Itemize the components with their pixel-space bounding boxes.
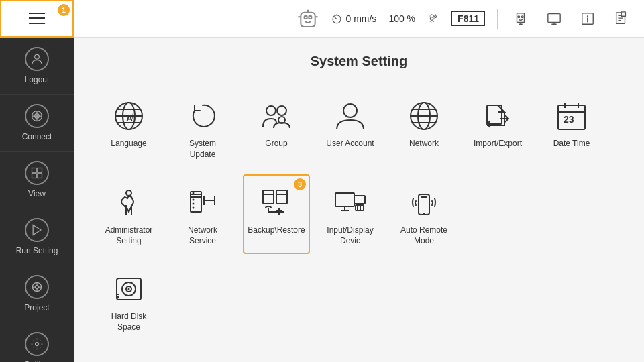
svg-rect-46 — [263, 190, 274, 194]
logout-icon — [25, 47, 49, 71]
divider — [497, 9, 498, 29]
svg-point-3 — [431, 17, 434, 20]
setting-admin[interactable]: Administrator Setting — [95, 174, 162, 254]
svg-point-22 — [36, 343, 39, 346]
setting-system-update[interactable]: System Update — [169, 88, 236, 168]
page-title: System Setting — [95, 54, 623, 69]
setting-group[interactable]: Group — [243, 88, 310, 168]
connect-label: Connect — [22, 132, 52, 141]
main-layout: Logout Connect View — [0, 38, 644, 362]
svg-point-44 — [193, 207, 195, 209]
import-export-label: Import/Export — [474, 139, 522, 149]
language-icon: A あ — [111, 99, 146, 133]
backup-restore-badge: 3 — [294, 178, 306, 190]
svg-point-38 — [126, 190, 131, 196]
topbar-right: 0 mm/s 100 % F811 — [297, 8, 644, 29]
setting-user-account[interactable]: User Account — [317, 88, 384, 168]
project-label: Project — [24, 303, 49, 312]
hard-disk-icon — [111, 272, 146, 306]
svg-rect-15 — [32, 168, 37, 173]
menu-badge: 1 — [58, 4, 70, 16]
view-label: View — [28, 189, 46, 198]
svg-point-56 — [128, 288, 130, 290]
run-setting-label: Run Setting — [16, 246, 58, 255]
svg-point-9 — [588, 15, 588, 16]
import-export-icon — [480, 99, 515, 133]
svg-point-30 — [277, 106, 286, 115]
user-account-label: User Account — [326, 139, 374, 149]
menu-button[interactable]: 1 — [0, 0, 74, 38]
system-update-label: System Update — [176, 139, 229, 160]
hamburger-icon — [29, 13, 45, 25]
robot-icon — [297, 8, 319, 29]
sidebar-item-project[interactable]: Project — [0, 265, 74, 322]
setting-network[interactable]: Network — [390, 88, 458, 168]
speed-stat: 0 mm/s — [331, 13, 376, 25]
screen-icon[interactable] — [543, 8, 565, 29]
run-setting-icon — [25, 218, 49, 242]
sidebar-item-run-setting[interactable]: Run Setting — [0, 208, 74, 265]
setting-hard-disk[interactable]: Hard Disk Space — [95, 261, 162, 341]
sidebar-item-logout[interactable]: Logout — [0, 38, 74, 95]
code-display: F811 — [451, 11, 485, 26]
svg-marker-19 — [33, 225, 41, 235]
svg-rect-7 — [548, 13, 560, 22]
backup-restore-icon — [259, 185, 294, 220]
svg-rect-17 — [32, 174, 37, 178]
sidebar: Logout Connect View — [0, 38, 74, 362]
auto-remote-label: Auto Remote Mode — [397, 225, 451, 246]
gear-icons — [427, 13, 439, 25]
input-display-icon — [333, 185, 368, 220]
group-label: Group — [265, 139, 287, 149]
topbar: 1 0 mm/s 100 % — [0, 0, 644, 38]
svg-point-4 — [435, 15, 437, 17]
svg-text:あ: あ — [130, 113, 137, 120]
svg-rect-50 — [354, 196, 365, 204]
sidebar-item-view[interactable]: View — [0, 152, 74, 208]
settings-grid: A あ Language System Update — [95, 88, 623, 254]
setting-auto-remote[interactable]: Auto Remote Mode — [390, 174, 458, 254]
date-time-label: Date Time — [553, 139, 590, 149]
sidebar-item-connect[interactable]: Connect — [0, 95, 74, 152]
sidebar-item-setting[interactable]: Setting — [0, 322, 74, 362]
svg-text:23: 23 — [564, 114, 574, 125]
svg-rect-11 — [621, 11, 625, 15]
setting-import-export[interactable]: Import/Export — [464, 88, 531, 168]
admin-icon — [111, 185, 146, 220]
setting-date-time[interactable]: 23 Date Time — [538, 88, 605, 168]
svg-point-43 — [193, 203, 195, 205]
svg-point-21 — [36, 286, 39, 289]
settings-grid-2: Hard Disk Space — [95, 261, 623, 341]
user-account-icon — [333, 99, 368, 133]
project-icon — [25, 275, 49, 299]
setting-backup-restore[interactable]: Backup\Restore 3 — [243, 174, 310, 254]
svg-rect-40 — [191, 194, 201, 197]
auto-remote-icon — [407, 185, 441, 220]
backup-restore-label: Backup\Restore — [248, 225, 305, 236]
svg-rect-47 — [276, 190, 287, 204]
svg-point-29 — [266, 106, 276, 115]
connect-icon — [25, 104, 49, 128]
system-update-icon — [185, 99, 220, 133]
view-icon — [25, 161, 49, 185]
svg-point-5 — [518, 15, 520, 17]
content-area: System Setting A あ Language — [74, 38, 644, 362]
svg-point-42 — [193, 199, 195, 201]
info-icon[interactable] — [577, 8, 598, 29]
svg-point-41 — [193, 192, 195, 194]
setting-network-service[interactable]: Network Service — [169, 174, 236, 254]
setting-language[interactable]: A あ Language — [95, 88, 162, 168]
setting-input-display[interactable]: Input/Display Devic — [317, 174, 384, 254]
svg-point-6 — [521, 15, 523, 17]
language-label: Language — [111, 139, 146, 149]
hard-disk-label: Hard Disk Space — [102, 312, 156, 333]
speed-value: 0 mm/s — [345, 13, 376, 24]
svg-rect-18 — [38, 174, 42, 178]
date-time-icon: 23 — [554, 99, 589, 133]
svg-rect-45 — [263, 190, 274, 204]
doc-icon[interactable] — [610, 8, 632, 29]
svg-rect-1 — [309, 16, 312, 19]
toolbar-robot-icon[interactable] — [510, 8, 531, 29]
group-icon — [259, 99, 294, 133]
network-service-icon — [185, 185, 220, 220]
